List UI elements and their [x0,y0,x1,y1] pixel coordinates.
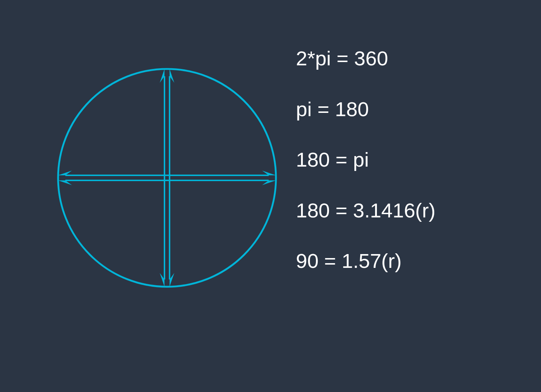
equation-3: 180 = pi [296,148,435,171]
equation-1: 2*pi = 360 [296,47,435,70]
equation-4: 180 = 3.1416(r) [296,199,435,222]
circle-diagram [54,40,280,316]
equations-list: 2*pi = 360 pi = 180 180 = pi 180 = 3.141… [296,47,435,272]
equation-2: pi = 180 [296,98,435,121]
circle-svg [54,40,280,316]
equation-5: 90 = 1.57(r) [296,250,435,272]
circle-outline [58,69,276,287]
